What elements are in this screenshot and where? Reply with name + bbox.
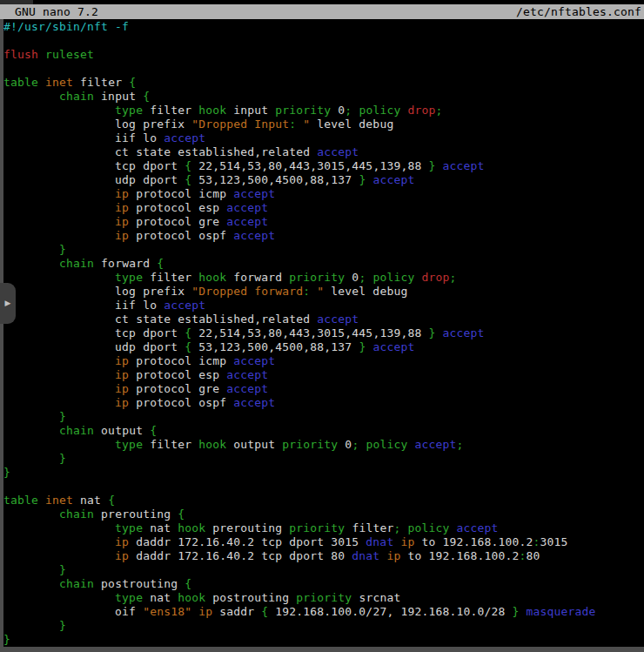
code-line: chain postrouting {: [3, 577, 644, 591]
code-line: ip protocol esp accept: [3, 368, 644, 382]
code-line: chain input {: [3, 90, 644, 104]
nano-version: GNU nano 7.2: [15, 4, 98, 19]
sidebar-toggle-tab[interactable]: ▶: [0, 283, 16, 324]
code-line: ip daddr 172.16.40.2 tcp dport 80 dnat i…: [3, 549, 644, 563]
code-line: }: [3, 619, 644, 633]
code-line: udp dport { 53,123,500,4500,88,137 } acc…: [3, 340, 644, 354]
code-line: [3, 34, 644, 48]
code-line: #!/usr/sbin/nft -f: [3, 20, 644, 34]
editor-buffer[interactable]: #!/usr/sbin/nft -f flush ruleset table i…: [3, 20, 644, 647]
code-line: chain prerouting {: [3, 507, 644, 521]
code-line: tcp dport { 22,514,53,80,443,3015,445,13…: [3, 159, 644, 173]
nano-titlebar: GNU nano 7.2 /etc/nftables.conf: [0, 4, 644, 19]
code-line: ct state established,related accept: [3, 313, 644, 326]
code-line: table inet filter {: [3, 76, 644, 90]
code-line: ip protocol ospf accept: [3, 229, 644, 243]
code-line: type filter hook forward priority 0; pol…: [3, 271, 644, 285]
code-line: [3, 62, 644, 76]
code-line: ip protocol esp accept: [3, 201, 644, 215]
code-line: type filter hook output priority 0; poli…: [3, 438, 644, 452]
code-line: udp dport { 53,123,500,4500,88,137 } acc…: [3, 173, 644, 187]
code-line: iif lo accept: [3, 131, 644, 145]
code-line: log prefix "Dropped Input: " level debug: [3, 118, 644, 131]
code-line: }: [3, 633, 644, 647]
expand-arrow-icon: ▶: [5, 299, 11, 307]
window-bottom-edge: [0, 647, 644, 652]
code-line: }: [3, 410, 644, 424]
code-line: }: [3, 466, 644, 480]
code-line: }: [3, 243, 644, 257]
code-line: chain forward {: [3, 257, 644, 271]
code-line: ip protocol ospf accept: [3, 396, 644, 410]
code-line: flush ruleset: [3, 48, 644, 62]
code-line: chain output {: [3, 424, 644, 438]
code-line: oif "ens18" ip saddr { 192.168.100.0/27,…: [3, 605, 644, 619]
code-line: ip protocol gre accept: [3, 382, 644, 396]
code-line: [3, 480, 644, 494]
code-line: ip protocol icmp accept: [3, 187, 644, 201]
code-line: type nat hook postrouting priority srcna…: [3, 591, 644, 605]
code-line: ip protocol icmp accept: [3, 354, 644, 368]
code-line: type nat hook prerouting priority filter…: [3, 521, 644, 535]
code-line: log prefix "Dropped forward: " level deb…: [3, 285, 644, 299]
code-line: }: [3, 452, 644, 466]
code-line: iif lo accept: [3, 299, 644, 313]
code-line: }: [3, 563, 644, 577]
code-line: ct state established,related accept: [3, 145, 644, 159]
code-line: table inet nat {: [3, 494, 644, 507]
code-line: ip protocol gre accept: [3, 215, 644, 229]
code-line: tcp dport { 22,514,53,80,443,3015,445,13…: [3, 326, 644, 340]
file-path: /etc/nftables.conf: [516, 4, 641, 19]
code-line: ip daddr 172.16.40.2 tcp dport 3015 dnat…: [3, 535, 644, 549]
code-line: type filter hook input priority 0; polic…: [3, 104, 644, 118]
